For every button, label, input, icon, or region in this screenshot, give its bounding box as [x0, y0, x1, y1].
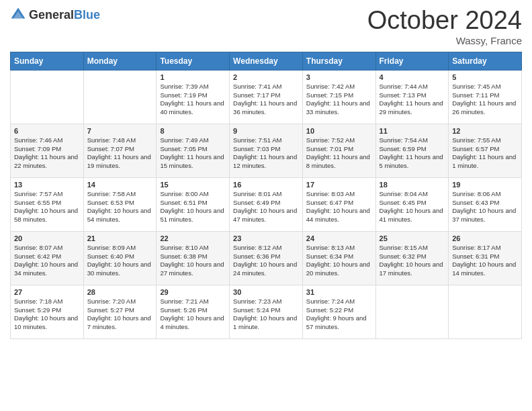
calendar-cell: 28Sunrise: 7:20 AMSunset: 5:27 PMDayligh…: [83, 285, 157, 338]
day-info: Sunrise: 7:20 AMSunset: 5:27 PMDaylight:…: [87, 298, 153, 332]
day-number: 20: [14, 234, 80, 242]
day-info: Sunrise: 7:21 AMSunset: 5:26 PMDaylight:…: [160, 298, 226, 332]
calendar-cell: 25Sunrise: 8:15 AMSunset: 6:32 PMDayligh…: [375, 231, 449, 285]
day-number: 10: [306, 127, 372, 135]
calendar-week-3: 13Sunrise: 7:57 AMSunset: 6:55 PMDayligh…: [11, 177, 522, 231]
day-number: 25: [380, 234, 445, 242]
title-area: October 2024 Wassy, France: [367, 7, 522, 46]
day-info: Sunrise: 7:41 AMSunset: 7:17 PMDaylight:…: [233, 83, 299, 117]
calendar-cell: 21Sunrise: 8:09 AMSunset: 6:40 PMDayligh…: [83, 231, 157, 285]
calendar-cell: 5Sunrise: 7:45 AMSunset: 7:11 PMDaylight…: [449, 70, 522, 124]
calendar-cell: [83, 70, 157, 124]
day-number: 9: [233, 127, 299, 135]
weekday-header-friday: Friday: [375, 52, 449, 70]
day-info: Sunrise: 7:44 AMSunset: 7:13 PMDaylight:…: [380, 83, 445, 117]
weekday-header-tuesday: Tuesday: [157, 52, 230, 70]
calendar-cell: 6Sunrise: 7:46 AMSunset: 7:09 PMDaylight…: [11, 124, 84, 177]
calendar-cell: 10Sunrise: 7:52 AMSunset: 7:01 PMDayligh…: [302, 124, 375, 177]
calendar-week-2: 6Sunrise: 7:46 AMSunset: 7:09 PMDaylight…: [11, 124, 522, 177]
day-number: 21: [87, 234, 153, 242]
day-number: 11: [380, 127, 445, 135]
weekday-header-row: SundayMondayTuesdayWednesdayThursdayFrid…: [11, 52, 522, 70]
calendar-cell: 20Sunrise: 8:07 AMSunset: 6:42 PMDayligh…: [11, 231, 84, 285]
day-info: Sunrise: 8:12 AMSunset: 6:36 PMDaylight:…: [233, 244, 299, 278]
day-info: Sunrise: 7:58 AMSunset: 6:53 PMDaylight:…: [87, 190, 153, 224]
calendar-cell: 23Sunrise: 8:12 AMSunset: 6:36 PMDayligh…: [230, 231, 303, 285]
day-number: 17: [306, 181, 372, 189]
calendar-cell: 14Sunrise: 7:58 AMSunset: 6:53 PMDayligh…: [83, 177, 157, 231]
month-title: October 2024: [367, 7, 522, 35]
day-number: 19: [452, 181, 518, 189]
day-number: 29: [160, 288, 226, 296]
day-info: Sunrise: 7:49 AMSunset: 7:05 PMDaylight:…: [160, 136, 226, 171]
day-info: Sunrise: 8:06 AMSunset: 6:43 PMDaylight:…: [452, 190, 518, 224]
location-title: Wassy, France: [367, 35, 522, 46]
day-info: Sunrise: 7:57 AMSunset: 6:55 PMDaylight:…: [14, 190, 80, 224]
calendar-cell: [375, 285, 449, 338]
day-info: Sunrise: 8:01 AMSunset: 6:49 PMDaylight:…: [233, 190, 299, 224]
day-number: 12: [452, 127, 518, 135]
day-number: 26: [452, 234, 518, 242]
calendar-cell: 24Sunrise: 8:13 AMSunset: 6:34 PMDayligh…: [302, 231, 375, 285]
day-info: Sunrise: 7:55 AMSunset: 6:57 PMDaylight:…: [452, 136, 518, 171]
calendar-cell: 30Sunrise: 7:23 AMSunset: 5:24 PMDayligh…: [230, 285, 303, 338]
day-number: 1: [160, 73, 226, 81]
day-info: Sunrise: 7:23 AMSunset: 5:24 PMDaylight:…: [233, 298, 299, 332]
day-info: Sunrise: 7:46 AMSunset: 7:09 PMDaylight:…: [14, 136, 80, 171]
weekday-header-thursday: Thursday: [302, 52, 375, 70]
day-info: Sunrise: 8:10 AMSunset: 6:38 PMDaylight:…: [160, 244, 226, 278]
day-number: 30: [233, 288, 299, 296]
calendar-cell: 7Sunrise: 7:48 AMSunset: 7:07 PMDaylight…: [83, 124, 157, 177]
day-number: 5: [452, 73, 518, 81]
calendar-cell: 9Sunrise: 7:51 AMSunset: 7:03 PMDaylight…: [230, 124, 303, 177]
calendar-cell: 1Sunrise: 7:39 AMSunset: 7:19 PMDaylight…: [157, 70, 230, 124]
calendar-cell: 22Sunrise: 8:10 AMSunset: 6:38 PMDayligh…: [157, 231, 230, 285]
calendar-cell: 26Sunrise: 8:17 AMSunset: 6:31 PMDayligh…: [449, 231, 522, 285]
day-info: Sunrise: 8:00 AMSunset: 6:51 PMDaylight:…: [160, 190, 226, 224]
day-info: Sunrise: 7:48 AMSunset: 7:07 PMDaylight:…: [87, 136, 153, 171]
weekday-header-wednesday: Wednesday: [230, 52, 303, 70]
day-info: Sunrise: 7:42 AMSunset: 7:15 PMDaylight:…: [306, 83, 372, 117]
day-info: Sunrise: 7:54 AMSunset: 6:59 PMDaylight:…: [380, 136, 445, 171]
day-info: Sunrise: 8:17 AMSunset: 6:31 PMDaylight:…: [452, 244, 518, 278]
calendar-cell: 17Sunrise: 8:03 AMSunset: 6:47 PMDayligh…: [302, 177, 375, 231]
day-number: 2: [233, 73, 299, 81]
logo-general: General: [29, 8, 74, 21]
weekday-header-monday: Monday: [83, 52, 157, 70]
page: GeneralBlue October 2024 Wassy, France S…: [0, 0, 532, 411]
day-info: Sunrise: 7:18 AMSunset: 5:29 PMDaylight:…: [14, 298, 80, 332]
weekday-header-sunday: Sunday: [11, 52, 84, 70]
day-number: 4: [380, 73, 445, 81]
day-info: Sunrise: 8:09 AMSunset: 6:40 PMDaylight:…: [87, 244, 153, 278]
day-number: 23: [233, 234, 299, 242]
day-info: Sunrise: 7:24 AMSunset: 5:22 PMDaylight:…: [306, 298, 372, 332]
day-number: 15: [160, 181, 226, 189]
calendar-cell: 4Sunrise: 7:44 AMSunset: 7:13 PMDaylight…: [375, 70, 449, 124]
day-info: Sunrise: 7:39 AMSunset: 7:19 PMDaylight:…: [160, 83, 226, 117]
calendar-cell: 31Sunrise: 7:24 AMSunset: 5:22 PMDayligh…: [302, 285, 375, 338]
day-number: 13: [14, 181, 80, 189]
day-number: 27: [14, 288, 80, 296]
day-number: 7: [87, 127, 153, 135]
calendar-cell: 15Sunrise: 8:00 AMSunset: 6:51 PMDayligh…: [157, 177, 230, 231]
calendar-cell: 18Sunrise: 8:04 AMSunset: 6:45 PMDayligh…: [375, 177, 449, 231]
calendar-cell: [449, 285, 522, 338]
day-info: Sunrise: 8:07 AMSunset: 6:42 PMDaylight:…: [14, 244, 80, 278]
calendar-cell: 3Sunrise: 7:42 AMSunset: 7:15 PMDaylight…: [302, 70, 375, 124]
day-number: 22: [160, 234, 226, 242]
logo: GeneralBlue: [10, 7, 100, 23]
day-info: Sunrise: 7:52 AMSunset: 7:01 PMDaylight:…: [306, 136, 372, 171]
calendar-cell: 2Sunrise: 7:41 AMSunset: 7:17 PMDaylight…: [230, 70, 303, 124]
day-number: 18: [380, 181, 445, 189]
logo-icon: [10, 7, 26, 23]
day-number: 8: [160, 127, 226, 135]
calendar-cell: 27Sunrise: 7:18 AMSunset: 5:29 PMDayligh…: [11, 285, 84, 338]
calendar-cell: 16Sunrise: 8:01 AMSunset: 6:49 PMDayligh…: [230, 177, 303, 231]
calendar-cell: [11, 70, 84, 124]
day-number: 24: [306, 234, 372, 242]
calendar-cell: 29Sunrise: 7:21 AMSunset: 5:26 PMDayligh…: [157, 285, 230, 338]
weekday-header-saturday: Saturday: [449, 52, 522, 70]
day-info: Sunrise: 7:45 AMSunset: 7:11 PMDaylight:…: [452, 83, 518, 117]
calendar-week-5: 27Sunrise: 7:18 AMSunset: 5:29 PMDayligh…: [11, 285, 522, 338]
day-info: Sunrise: 8:03 AMSunset: 6:47 PMDaylight:…: [306, 190, 372, 224]
